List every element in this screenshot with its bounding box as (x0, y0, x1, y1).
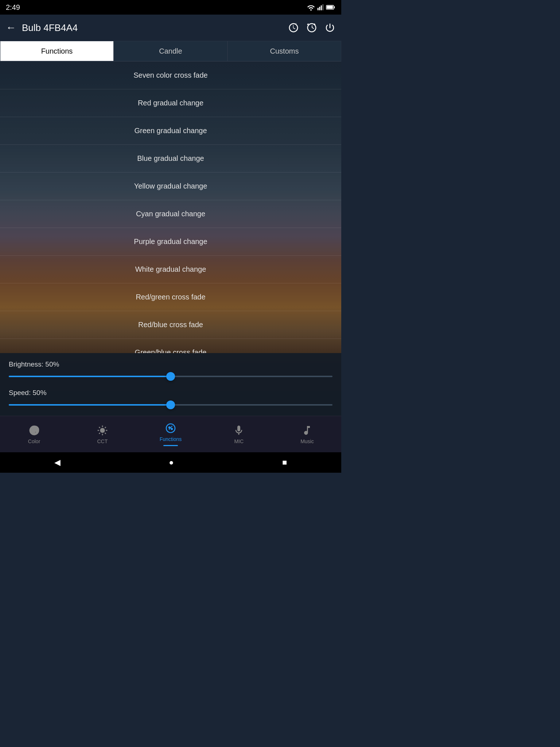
header: ← Bulb 4FB4A4 (0, 15, 341, 41)
tab-customs[interactable]: Customs (228, 41, 341, 61)
nav-item-cct[interactable]: CCT (68, 416, 136, 452)
svg-rect-4 (322, 4, 323, 11)
alarm-icon[interactable] (306, 22, 317, 33)
list-item[interactable]: Cyan gradual change (0, 200, 341, 228)
svg-rect-2 (319, 7, 320, 11)
svg-rect-6 (334, 6, 335, 8)
tab-functions[interactable]: Functions (0, 41, 114, 61)
signal-icon (317, 4, 324, 11)
cct-icon (97, 425, 108, 436)
status-time: 2:49 (6, 3, 20, 12)
mic-icon (233, 425, 245, 436)
nav-item-music[interactable]: Music (273, 416, 341, 452)
battery-icon (326, 4, 335, 11)
back-button[interactable]: ← (6, 22, 16, 34)
color-icon (28, 425, 40, 436)
tab-candle[interactable]: Candle (114, 41, 228, 61)
list-item[interactable]: Yellow gradual change (0, 173, 341, 200)
svg-rect-1 (318, 8, 319, 11)
nav-item-functions[interactable]: Functions (136, 416, 205, 452)
wifi-icon (307, 4, 315, 11)
music-icon (301, 425, 313, 436)
list-item[interactable]: Green/blue cross fade (0, 339, 341, 353)
android-recent-button[interactable]: ■ (275, 455, 294, 470)
svg-line-14 (105, 433, 106, 434)
svg-line-13 (99, 427, 100, 428)
bottom-controls: Brightness: 50% Speed: 50% (0, 353, 341, 416)
nav-label-functions: Functions (160, 436, 182, 442)
list-item[interactable]: Red gradual change (0, 89, 341, 117)
header-title: Bulb 4FB4A4 (22, 22, 288, 34)
svg-line-16 (105, 427, 106, 428)
list-item[interactable]: Seven color cross fade (0, 62, 341, 89)
speed-label: Speed: 50% (9, 389, 332, 397)
android-back-button[interactable]: ◀ (47, 455, 68, 470)
list-item[interactable]: Blue gradual change (0, 145, 341, 173)
status-icons (307, 4, 335, 11)
nav-label-color: Color (28, 438, 40, 444)
svg-point-0 (310, 9, 312, 11)
svg-rect-7 (327, 6, 333, 9)
nav-label-music: Music (300, 438, 314, 444)
nav-label-cct: CCT (97, 438, 108, 444)
list-item[interactable]: Green gradual change (0, 117, 341, 145)
android-home-button[interactable]: ● (162, 455, 181, 470)
status-bar: 2:49 (0, 0, 341, 15)
timer-icon[interactable] (288, 22, 299, 33)
function-list: Seven color cross fade Red gradual chang… (0, 62, 341, 353)
list-item[interactable]: Purple gradual change (0, 228, 341, 256)
brightness-label: Brightness: 50% (9, 360, 332, 368)
svg-point-8 (100, 428, 105, 433)
svg-rect-3 (321, 5, 322, 11)
android-nav: ◀ ● ■ (0, 452, 341, 473)
nav-item-color[interactable]: Color (0, 416, 68, 452)
nav-label-mic: MIC (234, 438, 244, 444)
speed-slider[interactable] (9, 401, 332, 409)
brightness-slider[interactable] (9, 373, 332, 380)
list-item[interactable]: White gradual change (0, 256, 341, 283)
bottom-nav: Color CCT Functions (0, 416, 341, 452)
list-item[interactable]: Red/blue cross fade (0, 311, 341, 339)
power-icon[interactable] (324, 22, 335, 33)
functions-icon (165, 422, 176, 434)
header-actions (288, 22, 335, 33)
list-item[interactable]: Red/green cross fade (0, 283, 341, 311)
svg-line-15 (99, 433, 100, 434)
nav-item-mic[interactable]: MIC (205, 416, 273, 452)
tab-bar: Functions Candle Customs (0, 41, 341, 62)
